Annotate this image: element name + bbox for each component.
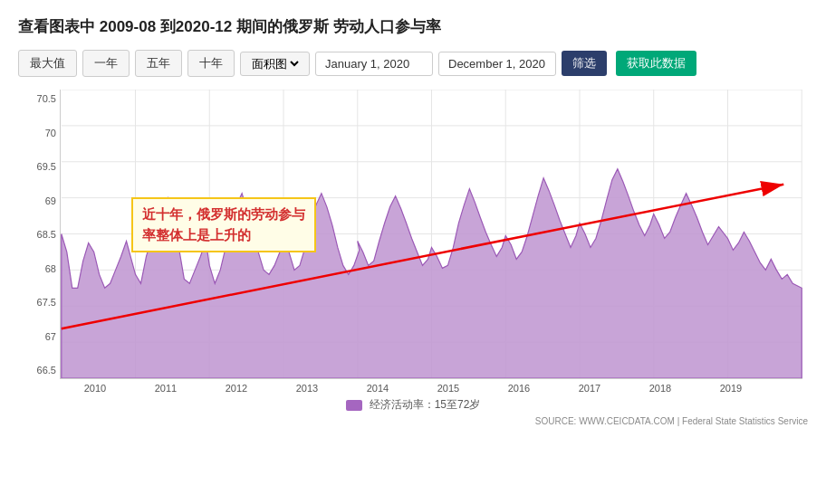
x-label-2015: 2015: [437, 383, 459, 394]
btn-10y[interactable]: 十年: [187, 50, 235, 77]
x-label-2017: 2017: [579, 383, 600, 394]
x-label-2019: 2019: [720, 383, 742, 394]
end-date-input[interactable]: [438, 52, 556, 76]
x-label-2018: 2018: [649, 383, 671, 394]
y-axis: 70.5 70 69.5 69 68.5 68 67.5 67 66.5: [18, 90, 60, 379]
y-label-68: 68: [18, 263, 60, 274]
y-label-70: 70: [18, 128, 60, 138]
source-text: SOURCE: WWW.CEICDATA.COM | Federal State…: [18, 416, 808, 426]
get-data-button[interactable]: 获取此数据: [616, 51, 696, 76]
chart-type-select-wrap[interactable]: 面积图 折线图 柱形图: [240, 52, 310, 76]
y-label-67: 67: [18, 331, 60, 342]
x-label-2011: 2011: [155, 383, 177, 394]
x-label-2012: 2012: [226, 383, 247, 394]
x-label-2013: 2013: [296, 383, 318, 394]
chart-title: 查看图表中 2009-08 到2020-12 期间的俄罗斯 劳动人口参与率: [18, 16, 808, 37]
chart-annotation: 近十年，俄罗斯的劳动参与 率整体上是上升的: [131, 197, 316, 252]
annotation-line2: 率整体上是上升的: [142, 225, 305, 246]
x-label-2014: 2014: [367, 383, 389, 394]
y-label-705: 70.5: [18, 93, 60, 104]
btn-5y[interactable]: 五年: [135, 50, 182, 77]
y-label-675: 67.5: [18, 297, 60, 308]
x-label-2010: 2010: [84, 383, 106, 394]
annotation-line1: 近十年，俄罗斯的劳动参与: [142, 204, 305, 225]
y-label-695: 69.5: [18, 161, 60, 172]
y-label-685: 68.5: [18, 229, 60, 240]
y-label-665: 66.5: [18, 365, 60, 376]
toolbar: 最大值 一年 五年 十年 面积图 折线图 柱形图 筛选 获取此数据: [18, 50, 808, 77]
btn-max[interactable]: 最大值: [18, 50, 77, 77]
x-axis: 2010 2011 2012 2013 2014 2015 2016 2017 …: [18, 379, 808, 394]
legend-label: 经济活动率：15至72岁: [370, 397, 481, 413]
legend: 经济活动率：15至72岁: [18, 397, 808, 413]
legend-swatch: [346, 400, 362, 411]
btn-1y[interactable]: 一年: [82, 50, 130, 77]
y-label-69: 69: [18, 195, 60, 206]
chart-type-select[interactable]: 面积图 折线图 柱形图: [248, 56, 302, 71]
start-date-input[interactable]: [315, 52, 433, 76]
filter-button[interactable]: 筛选: [562, 51, 607, 76]
x-label-2016: 2016: [508, 383, 530, 394]
